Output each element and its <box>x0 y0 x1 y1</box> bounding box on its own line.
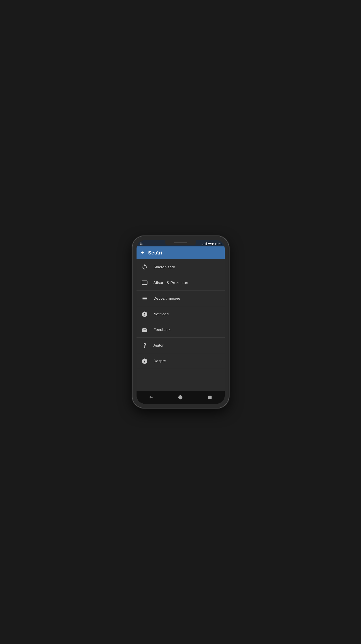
time-display: 11:51 <box>215 242 222 246</box>
nav-back-button[interactable] <box>146 392 156 402</box>
menu-item-afisare[interactable]: Afișare & Prezentare <box>137 275 225 291</box>
menu-item-depozit[interactable]: Depozit mesaje <box>137 291 225 306</box>
nav-recent-button[interactable] <box>205 392 215 402</box>
menu-label-depozit: Depozit mesaje <box>154 296 180 301</box>
svg-rect-3 <box>141 244 142 245</box>
question-icon <box>141 342 148 348</box>
menu-empty-area <box>137 369 225 391</box>
menu-label-afisare: Afișare & Prezentare <box>154 281 190 285</box>
svg-rect-5 <box>208 396 211 399</box>
menu-label-feedback: Feedback <box>154 328 171 332</box>
menu-item-sincronizare[interactable]: Sincronizare <box>137 260 225 275</box>
phone-device: 11:51 Setări Sincronizare <box>133 236 229 408</box>
svg-rect-1 <box>141 242 142 244</box>
nav-bar <box>137 391 225 404</box>
page-title: Setări <box>148 250 162 256</box>
menu-item-feedback[interactable]: Feedback <box>137 322 225 338</box>
app-notification-icon <box>139 242 143 246</box>
storage-icon <box>141 296 148 302</box>
menu-label-notificari: Notificari <box>154 312 169 316</box>
svg-rect-2 <box>140 244 141 245</box>
back-button[interactable] <box>140 250 145 256</box>
svg-rect-0 <box>140 242 141 244</box>
display-icon <box>141 280 148 286</box>
menu-item-ajutor[interactable]: Ajutor <box>137 338 225 353</box>
signal-icon <box>203 242 207 245</box>
menu-item-despre[interactable]: Despre <box>137 353 225 369</box>
status-right: 11:51 <box>203 242 222 246</box>
svg-point-4 <box>179 396 182 399</box>
sync-icon <box>141 264 148 270</box>
menu-label-despre: Despre <box>154 359 166 363</box>
battery-icon <box>208 242 213 245</box>
status-left <box>139 242 143 246</box>
phone-screen: 11:51 Setări Sincronizare <box>137 240 225 404</box>
info-circle-icon <box>141 358 148 364</box>
menu-item-notificari[interactable]: Notificari <box>137 306 225 322</box>
menu-label-ajutor: Ajutor <box>154 343 164 348</box>
phone-speaker-area <box>165 240 196 245</box>
nav-home-button[interactable] <box>175 392 185 402</box>
app-bar: Setări <box>137 246 225 260</box>
envelope-icon <box>141 327 148 333</box>
settings-menu-list: Sincronizare Afișare & Prezentare <box>137 260 225 391</box>
speaker-grille <box>174 242 187 243</box>
alert-circle-icon <box>141 311 148 317</box>
menu-label-sincronizare: Sincronizare <box>154 265 175 270</box>
